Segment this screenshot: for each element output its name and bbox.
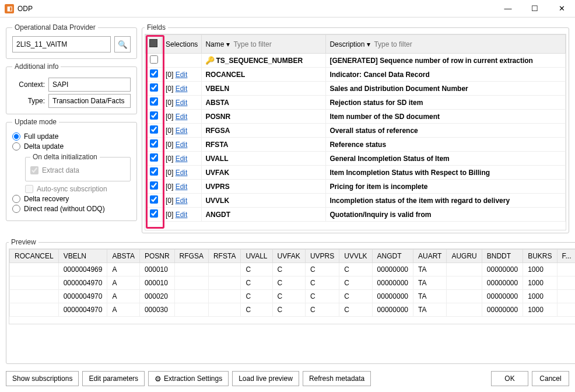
preview-cell: 1000 (523, 276, 557, 290)
refresh-metadata-button[interactable]: Refresh metadata (303, 371, 371, 386)
table-row: [0] EditABSTARejection status for SD ite… (146, 96, 566, 110)
edit-link[interactable]: Edit (176, 169, 188, 177)
field-desc: Item Incompletion Status with Respect to… (329, 169, 490, 177)
row-checkbox[interactable] (150, 153, 158, 162)
edit-link[interactable]: Edit (176, 113, 188, 121)
edit-link[interactable]: Edit (176, 141, 188, 149)
preview-cell: TA (413, 263, 446, 276)
delta-recovery-radio[interactable] (12, 195, 20, 203)
edit-link[interactable]: Edit (176, 183, 188, 191)
preview-column[interactable]: POSNR (139, 250, 174, 263)
ok-button[interactable]: OK (491, 371, 528, 386)
preview-cell (447, 263, 482, 276)
load-live-preview-button[interactable]: Load live preview (232, 371, 299, 386)
delta-update-radio[interactable] (12, 142, 20, 150)
preview-column[interactable]: UVVLK (339, 250, 372, 263)
edit-link[interactable]: Edit (176, 155, 188, 163)
preview-column[interactable]: VBELN (58, 250, 107, 263)
preview-cell: 00000000 (372, 276, 413, 290)
preview-cell: 000010 (139, 276, 174, 290)
field-name: UVFAK (205, 169, 229, 177)
minimize-button[interactable]: — (495, 0, 521, 18)
preview-column[interactable]: RFGSA (174, 250, 208, 263)
extraction-settings-button[interactable]: ⚙Extraction Settings (148, 371, 229, 386)
preview-column[interactable]: BNDDT (482, 250, 523, 263)
table-row: [0] EditRFGSAOverall status of reference (146, 124, 566, 138)
field-name: RFGSA (205, 127, 230, 135)
preview-column[interactable]: AUGRU (447, 250, 482, 263)
direct-read-label: Direct read (without ODQ) (24, 205, 105, 213)
preview-cell: TA (413, 276, 446, 290)
preview-cell (10, 276, 59, 290)
search-button[interactable]: 🔍 (114, 36, 131, 52)
preview-column[interactable]: UVPRS (305, 250, 339, 263)
preview-column[interactable]: ROCANCEL (10, 250, 59, 263)
edit-link[interactable]: Edit (176, 197, 188, 205)
search-icon: 🔍 (118, 40, 128, 49)
full-update-radio[interactable] (12, 132, 20, 141)
preview-cell (447, 276, 482, 290)
edit-link[interactable]: Edit (176, 127, 188, 135)
row-checkbox[interactable] (150, 111, 158, 120)
name-filter-input[interactable] (232, 39, 322, 50)
preview-cell (10, 263, 59, 276)
row-checkbox[interactable] (150, 83, 158, 92)
direct-read-radio[interactable] (12, 205, 20, 213)
extraction-settings-label: Extraction Settings (164, 374, 222, 383)
odp-group: Operational Data Provider 🔍 (6, 23, 137, 59)
preview-cell: C (241, 290, 272, 303)
field-name: TS_SEQUENCE_NUMBER (216, 57, 303, 65)
odp-input[interactable] (12, 36, 111, 52)
close-button[interactable]: ✕ (548, 0, 575, 18)
field-desc: Item number of the SD document (329, 113, 440, 121)
preview-cell: 0000004970 (58, 290, 107, 303)
row-checkbox[interactable] (150, 55, 158, 64)
row-checkbox[interactable] (150, 125, 158, 134)
edit-link[interactable]: Edit (176, 211, 188, 219)
edit-link[interactable]: Edit (176, 85, 188, 93)
preview-column[interactable]: BUKRS (523, 250, 557, 263)
row-checkbox[interactable] (150, 181, 158, 190)
select-all-checkbox[interactable] (149, 39, 157, 47)
preview-cell: C (272, 290, 305, 303)
preview-cell (208, 290, 240, 303)
table-row: 0000004970A000030CCCC00000000TA000000001… (10, 303, 576, 317)
edit-parameters-button[interactable]: Edit parameters (82, 371, 145, 386)
row-checkbox[interactable] (150, 195, 158, 204)
row-checkbox[interactable] (150, 209, 158, 218)
cancel-button[interactable]: Cancel (532, 371, 569, 386)
preview-cell: TA (413, 303, 446, 317)
edit-link[interactable]: Edit (176, 71, 188, 79)
preview-column[interactable]: UVFAK (272, 250, 305, 263)
desc-filter-input[interactable] (373, 39, 562, 50)
preview-column[interactable]: RFSTA (208, 250, 240, 263)
preview-legend: Preview (9, 238, 38, 246)
field-desc: [GENERATED] Sequence number of row in cu… (329, 57, 533, 65)
field-name: ABSTA (205, 99, 229, 107)
preview-table: ROCANCELVBELNABSTAPOSNRRFGSARFSTAUVALLUV… (9, 249, 575, 317)
table-row: 0000004970A000020CCCC00000000TA000000001… (10, 290, 576, 303)
selections-header[interactable]: Selections (162, 35, 202, 54)
preview-cell (557, 263, 575, 276)
edit-link[interactable]: Edit (176, 99, 188, 107)
preview-column[interactable]: ABSTA (107, 250, 139, 263)
row-checkbox[interactable] (150, 139, 158, 148)
selection-count: [0] (166, 99, 176, 107)
field-desc: Reference status (329, 141, 386, 149)
show-subscriptions-button[interactable]: Show subscriptions (6, 371, 79, 386)
preview-column[interactable]: AUART (413, 250, 446, 263)
maximize-button[interactable]: ☐ (521, 0, 548, 18)
row-checkbox[interactable] (150, 69, 158, 78)
field-desc: Sales and Distribution Document Number (329, 85, 468, 93)
preview-column[interactable]: ANGDT (372, 250, 413, 263)
preview-cell: C (241, 276, 272, 290)
preview-cell (557, 303, 575, 317)
preview-column[interactable]: F... (557, 250, 575, 263)
preview-cell: TA (413, 290, 446, 303)
preview-column[interactable]: UVALL (241, 250, 272, 263)
row-checkbox[interactable] (150, 97, 158, 106)
row-checkbox[interactable] (150, 167, 158, 176)
table-row: 0000004969A000010CCCC00000000TA000000001… (10, 263, 576, 276)
titlebar: ◧ ODP — ☐ ✕ (0, 0, 575, 18)
odp-legend: Operational Data Provider (12, 23, 98, 32)
